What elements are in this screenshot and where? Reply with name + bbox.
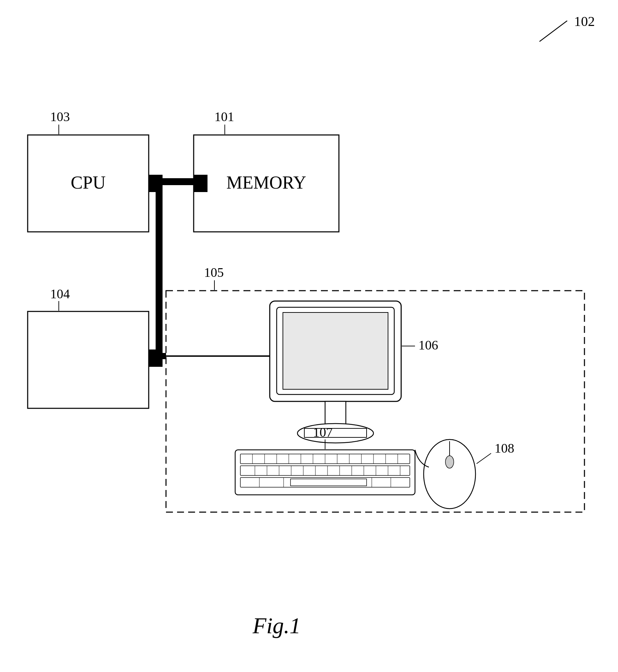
svg-rect-6 <box>163 178 194 185</box>
keyboard-107: 107 <box>235 425 415 495</box>
cpu-label: CPU <box>71 173 105 192</box>
svg-rect-9 <box>28 311 149 408</box>
ref-101-label: 101 <box>214 109 234 124</box>
ref-106-label: 106 <box>418 338 438 352</box>
ref-102-label: 102 <box>574 13 595 29</box>
ref-107-label: 107 <box>313 425 333 439</box>
block104-to-group-line <box>149 353 232 359</box>
svg-rect-7 <box>194 175 207 192</box>
cpu-memory-bus <box>149 175 207 192</box>
memory-label: MEMORY <box>226 173 306 192</box>
block-104: 104 <box>28 287 149 408</box>
memory-box: MEMORY 101 <box>194 109 339 232</box>
ref-108-label: 108 <box>495 441 514 455</box>
svg-point-63 <box>445 456 454 468</box>
svg-rect-15 <box>149 353 166 359</box>
svg-rect-8 <box>156 192 163 365</box>
ref-102: 102 <box>539 13 595 42</box>
figure-label: Fig.1 <box>252 613 301 638</box>
ref-104-label: 104 <box>50 287 70 301</box>
cpu-box: CPU 103 <box>28 109 149 232</box>
diagram-container: 102 CPU 103 MEMORY 101 <box>0 0 618 672</box>
ref-103-label: 103 <box>50 109 70 124</box>
mouse-108: 108 <box>415 439 514 509</box>
ref-105-label: 105 <box>204 265 224 280</box>
figure-title: Fig.1 <box>252 613 301 638</box>
svg-rect-19 <box>283 312 388 389</box>
svg-line-0 <box>539 21 567 42</box>
vertical-bus <box>156 192 163 365</box>
monitor-106: 106 <box>270 301 438 443</box>
svg-rect-57 <box>290 479 367 486</box>
svg-line-64 <box>477 453 491 464</box>
svg-rect-5 <box>149 175 163 192</box>
